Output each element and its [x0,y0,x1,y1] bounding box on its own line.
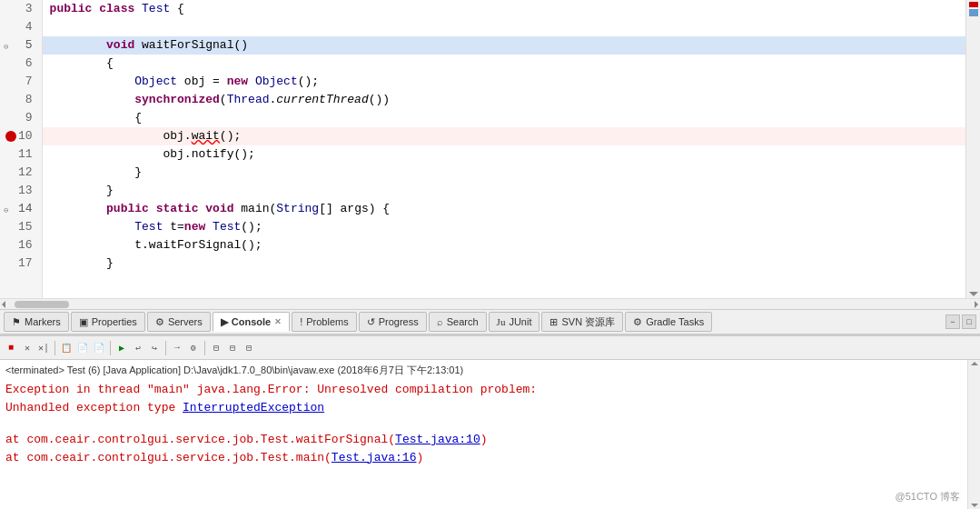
console-tab-close: ✕ [274,317,282,326]
test-java-10-link[interactable]: Test.java:10 [395,433,480,446]
separator1 [54,341,55,355]
test-java-16-link[interactable]: Test.java:16 [332,451,417,464]
code-line-12: } [43,164,965,182]
line-13: 13 [5,182,36,200]
close2-btn[interactable]: ✕| [36,341,51,355]
tab-problems[interactable]: ! Problems [292,312,357,332]
line-17: 17 [5,254,36,273]
hscroll-thumb[interactable] [15,301,69,308]
stop-btn[interactable]: ■ [4,341,18,355]
error-line4: at com.ceair.controlgui.service.job.Test… [5,431,962,449]
separator2 [110,341,111,355]
paste-btn[interactable]: 📄 [75,341,90,355]
line-11: 11 [5,145,36,164]
tab-search[interactable]: ⌕ Search [429,312,487,332]
code-line-17: } [43,254,965,273]
line-3: 3 [5,0,36,18]
maximize-btn[interactable]: □ [962,314,976,329]
line-7: 7 [5,73,36,91]
copy-btn[interactable]: 📋 [59,341,74,355]
interrupted-exception-link[interactable]: InterruptedException [183,401,324,414]
console-area: ■ ✕ ✕| 📋 📄 📄 ▶ ↩ ↪ → ⚙ ⊟ ⊟ ⊟ <terminated… [0,334,980,509]
properties-icon: ▣ [79,316,88,328]
line-5: 5⊖ [5,36,36,55]
markers-label: Markers [25,316,61,327]
error-line3 [5,416,962,431]
console-icon: ▶ [221,316,228,328]
line-9: 9 [5,109,36,127]
error-line1: Exception in thread "main" java.lang.Err… [5,381,962,399]
separator4 [204,341,205,355]
svn-label: SVN 资源库 [561,315,615,329]
separator3 [165,341,166,355]
properties-label: Properties [92,316,137,327]
tab-console[interactable]: ▶ Console ✕ [213,312,290,332]
code-line-4 [43,18,965,36]
junit-icon: Ju [497,316,506,327]
line-4: 4 [5,18,36,36]
error-line5: at com.ceair.controlgui.service.job.Test… [5,449,962,467]
line-14: 14⊖ [5,200,36,218]
forward-btn[interactable]: ↪ [147,341,162,355]
tabs-controls: − □ [945,314,976,329]
console-vscroll[interactable] [967,360,980,509]
line-10: 10 [5,127,36,145]
servers-label: Servers [168,316,203,327]
close-btn[interactable]: ✕ [20,341,35,355]
run-btn[interactable]: ▶ [114,341,129,355]
code-line-15: Test t=new Test(); [43,218,965,236]
problems-label: Problems [306,316,348,327]
code-line-6: { [43,55,965,73]
search-label: Search [447,316,479,327]
tab-progress[interactable]: ↺ Progress [359,312,427,332]
junit-label: JUnit [509,316,531,327]
editor-vscroll[interactable] [965,0,980,298]
editor-area: 3 4 5⊖ 6 7 8 9 10 11 12 13 14⊖ 15 16 17 [0,0,980,309]
code-line-3: public class Test { [43,0,965,18]
minimize-btn[interactable]: − [945,314,960,329]
view-btn1[interactable]: ⊟ [209,341,223,355]
view-btn2[interactable]: ⊟ [225,341,240,355]
code-lines: public class Test { void waitForSignal()… [43,0,965,298]
progress-label: Progress [379,316,419,327]
back-btn[interactable]: ↩ [131,341,145,355]
gradle-label: Gradle Tasks [646,316,704,327]
tab-servers[interactable]: ⚙ Servers [147,312,211,332]
code-line-11: obj.notify(); [43,145,965,164]
error-line2: Unhandled exception type InterruptedExce… [5,399,962,417]
editor-hscroll[interactable] [0,298,980,309]
code-line-14: public static void main(String[] args) { [43,200,965,218]
code-line-16: t.waitForSignal(); [43,236,965,254]
code-line-13: } [43,182,965,200]
tabs-bar: ⚑ Markers ▣ Properties ⚙ Servers ▶ Conso… [0,309,980,334]
svn-icon: ⊞ [549,316,558,328]
terminated-line: <terminated> Test (6) [Java Application]… [5,364,962,377]
tab-gradle[interactable]: ⚙ Gradle Tasks [625,312,712,332]
line-16: 16 [5,236,36,254]
tab-junit[interactable]: Ju JUnit [489,312,540,332]
arrow-btn[interactable]: → [170,341,184,355]
settings-btn[interactable]: ⚙ [186,341,201,355]
line-numbers: 3 4 5⊖ 6 7 8 9 10 11 12 13 14⊖ 15 16 17 [0,0,43,298]
console-content: <terminated> Test (6) [Java Application]… [0,360,967,509]
code-line-5: void waitForSignal() [43,36,965,55]
tab-properties[interactable]: ▣ Properties [71,312,145,332]
console-tab-label: Console [232,316,271,327]
code-line-9: { [43,109,965,127]
progress-icon: ↺ [367,316,375,328]
problems-icon: ! [300,316,302,327]
clear-btn[interactable]: 📄 [92,341,106,355]
line-15: 15 [5,218,36,236]
tab-svn[interactable]: ⊞ SVN 资源库 [541,312,623,332]
error-block: Exception in thread "main" java.lang.Err… [5,381,962,466]
view-btn3[interactable]: ⊟ [242,341,256,355]
console-toolbar-bar: ■ ✕ ✕| 📋 📄 📄 ▶ ↩ ↪ → ⚙ ⊟ ⊟ ⊟ [0,336,980,360]
app-container: 3 4 5⊖ 6 7 8 9 10 11 12 13 14⊖ 15 16 17 [0,0,980,509]
watermark: @51CTO 博客 [896,490,960,504]
code-line-8: synchronized(Thread.currentThread()) [43,91,965,109]
search-icon: ⌕ [437,316,443,327]
line-6: 6 [5,55,36,73]
gradle-icon: ⚙ [633,316,642,328]
tab-markers[interactable]: ⚑ Markers [4,312,69,332]
servers-icon: ⚙ [155,316,164,328]
